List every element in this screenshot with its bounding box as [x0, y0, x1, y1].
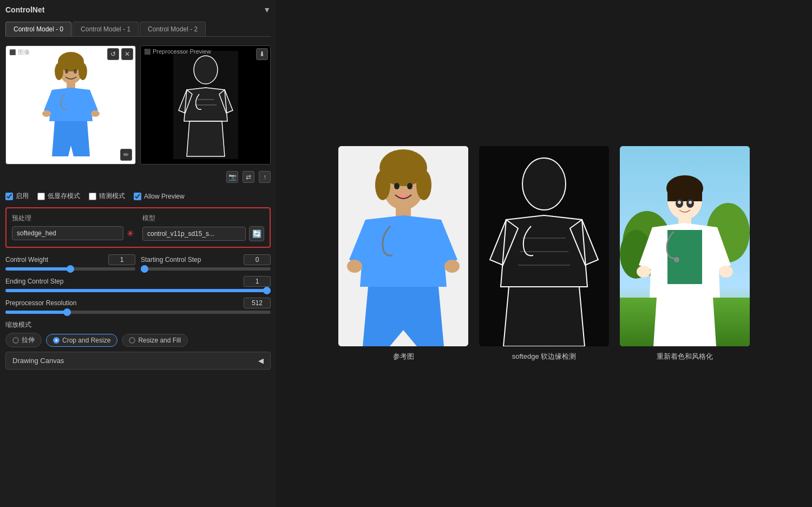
preprocessor-label: 预处理 — [12, 214, 134, 223]
scale-mode-stretch[interactable]: 拉伸 — [5, 333, 42, 347]
preproc-resolution-slider-row: Preprocessor Resolution 512 — [5, 298, 271, 314]
svg-point-45 — [637, 266, 651, 278]
ending-step-input[interactable] — [5, 289, 271, 292]
right-panel: 参考图 — [276, 0, 812, 507]
control-weight-value: 1 — [108, 254, 135, 265]
svg-point-24 — [444, 260, 460, 273]
result-caption-1: 参考图 — [393, 352, 414, 361]
input-image-box: ⬛ 图像 ↺ ✕ — [5, 45, 136, 164]
ending-step-header: Ending Control Step 1 — [5, 276, 271, 287]
image-box-controls: ↺ ✕ — [107, 48, 133, 60]
preview-image-box: ⬛ Preprocessor Preview ⬇ — [140, 45, 271, 164]
drawing-canvas-label: Drawing Canvas — [12, 357, 64, 365]
model-label: 模型 — [142, 214, 264, 223]
svg-point-47 — [674, 257, 679, 262]
preprocessor-select[interactable]: softedge_hed — [12, 226, 123, 240]
enable-label: 启用 — [16, 192, 29, 201]
two-col-sliders: Control Weight 1 Starting Control Step 0 — [5, 254, 271, 271]
result-caption-2: softedge 软边缘检测 — [512, 352, 577, 361]
ending-step-value: 1 — [244, 276, 271, 287]
panel-header: ControlNet ▼ — [5, 5, 271, 14]
upload-tool-btn[interactable]: ↑ — [259, 171, 271, 183]
radio-group: 拉伸 Crop and Resize Resize and Fill — [5, 333, 271, 347]
guess-mode-checkbox[interactable] — [89, 193, 96, 200]
svg-point-42 — [689, 201, 692, 204]
svg-point-6 — [74, 69, 77, 74]
scale-mode-crop-resize[interactable]: Crop and Resize — [46, 334, 117, 347]
edge-figure-svg — [173, 51, 238, 159]
enable-checkbox[interactable] — [5, 193, 13, 200]
starting-step-slider-row: Starting Control Step 0 — [141, 254, 271, 271]
enable-checkbox-item[interactable]: 启用 — [5, 192, 29, 201]
svg-rect-44 — [667, 230, 702, 284]
resize-fill-radio-dot — [129, 337, 135, 344]
panel-title: ControlNet — [5, 5, 44, 14]
scale-mode-label: 缩放模式 — [5, 320, 271, 330]
nurse-image[interactable] — [6, 46, 135, 164]
svg-point-18 — [375, 170, 390, 200]
image-box-label: ⬛ 图像 — [9, 48, 30, 56]
allow-preview-checkbox-item[interactable]: Allow Preview — [134, 193, 185, 200]
low-memory-checkbox-item[interactable]: 低显存模式 — [37, 192, 80, 201]
resize-fill-radio-label: Resize and Fill — [138, 337, 181, 344]
sliders-section: Control Weight 1 Starting Control Step 0… — [5, 252, 271, 316]
svg-point-19 — [416, 170, 431, 200]
preview-label: ⬛ Preprocessor Preview — [144, 48, 211, 55]
preproc-resolution-header: Preprocessor Resolution 512 — [5, 298, 271, 308]
model-column: 模型 control_v11p_sd15_s... 🔄 — [142, 214, 264, 241]
svg-point-4 — [78, 63, 87, 80]
stretch-radio-label: 拉伸 — [22, 335, 35, 345]
drawing-canvas-arrow: ◀ — [258, 357, 264, 365]
control-weight-header: Control Weight 1 — [5, 254, 135, 265]
svg-rect-38 — [667, 190, 702, 201]
svg-point-5 — [65, 69, 68, 74]
svg-point-20 — [394, 183, 400, 189]
result-item-2: softedge 软边缘检测 — [479, 146, 609, 361]
preprocessor-model-box: 预处理 softedge_hed ✳ 模型 control_v11p_sd15_… — [5, 207, 271, 248]
preproc-resolution-label: Preprocessor Resolution — [5, 299, 76, 307]
anime-style-svg — [620, 146, 750, 346]
model-refresh-btn[interactable]: 🔄 — [249, 226, 264, 241]
spark-icon: ✳ — [127, 228, 134, 239]
result-nurse-svg — [338, 146, 468, 346]
result-image-2 — [479, 146, 609, 346]
low-memory-checkbox[interactable] — [37, 193, 45, 200]
tab-control-model-0[interactable]: Control Model - 0 — [5, 22, 71, 36]
swap-tool-btn[interactable]: ⇄ — [243, 171, 254, 183]
refresh-image-btn[interactable]: ↺ — [107, 48, 119, 60]
drawing-canvas-row[interactable]: Drawing Canvas ◀ — [5, 352, 271, 370]
allow-preview-label: Allow Preview — [144, 193, 185, 200]
starting-step-input[interactable] — [141, 267, 271, 271]
result-caption-3: 重新着色和风格化 — [657, 352, 713, 361]
low-memory-label: 低显存模式 — [48, 192, 80, 201]
ending-step-label: Ending Control Step — [5, 278, 63, 285]
preprocessor-column: 预处理 softedge_hed ✳ — [12, 214, 134, 241]
starting-step-value: 0 — [244, 254, 271, 265]
tab-control-model-2[interactable]: Control Model - 2 — [140, 22, 206, 36]
scale-mode-resize-fill[interactable]: Resize and Fill — [122, 334, 188, 347]
allow-preview-checkbox[interactable] — [134, 193, 141, 200]
scale-mode-section: 缩放模式 拉伸 Crop and Resize Resize and Fill — [5, 320, 271, 347]
preproc-resolution-value: 512 — [244, 298, 271, 308]
preprocessor-select-row: softedge_hed ✳ — [12, 226, 134, 240]
crop-resize-radio-label: Crop and Resize — [62, 337, 110, 344]
close-image-btn[interactable]: ✕ — [121, 48, 133, 60]
result-item-3: 重新着色和风格化 — [620, 146, 750, 361]
result-image-1 — [338, 146, 468, 346]
result-item-1: 参考图 — [338, 146, 468, 361]
edge-detection-image — [141, 46, 270, 164]
svg-point-46 — [719, 266, 733, 278]
panel-collapse-arrow[interactable]: ▼ — [263, 5, 271, 14]
model-select[interactable]: control_v11p_sd15_s... — [142, 227, 246, 241]
guess-mode-checkbox-item[interactable]: 猜测模式 — [89, 192, 125, 201]
tab-control-model-1[interactable]: Control Model - 1 — [73, 22, 139, 36]
svg-point-23 — [347, 260, 362, 273]
svg-point-21 — [407, 183, 412, 189]
preview-box-controls: ⬇ — [256, 48, 268, 60]
edit-image-btn[interactable]: ✏ — [120, 149, 132, 161]
preproc-resolution-input[interactable] — [5, 311, 271, 314]
download-preview-btn[interactable]: ⬇ — [256, 48, 268, 60]
control-weight-input[interactable] — [5, 267, 135, 271]
camera-tool-btn[interactable]: 📷 — [226, 171, 238, 183]
svg-point-8 — [42, 110, 51, 117]
